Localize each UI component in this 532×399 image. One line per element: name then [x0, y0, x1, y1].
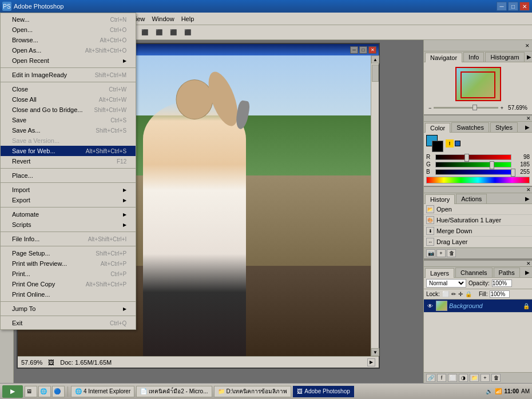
menu-print-preview[interactable]: Print with Preview... Alt+Ctrl+P: [1, 258, 136, 269]
history-item-drag[interactable]: ↔ Drag Layer: [424, 237, 532, 248]
layer-item-background[interactable]: 👁 Background 🔒: [424, 300, 532, 313]
scroll-thumb[interactable]: [372, 65, 379, 82]
lock-image-btn[interactable]: ✏: [451, 291, 456, 297]
navigator-panel-expand[interactable]: ▶: [526, 53, 532, 61]
scroll-up-btn[interactable]: ▲: [371, 55, 379, 63]
menu-save-as[interactable]: Save As... Shift+Ctrl+S: [1, 125, 136, 135]
panel-close-top[interactable]: ✕: [525, 43, 530, 49]
menu-save-web[interactable]: Save for Web... Alt+Shift+Ctrl+S: [1, 146, 136, 156]
green-slider[interactable]: [435, 162, 511, 167]
adjustment-layer-btn[interactable]: ◑: [459, 374, 468, 382]
layers-panel-close[interactable]: ✕: [526, 261, 531, 266]
taskbar-tray-net[interactable]: 📶: [495, 388, 502, 394]
blue-slider-thumb[interactable]: [511, 169, 515, 177]
layers-panel-expand[interactable]: ▶: [524, 268, 531, 277]
menu-place[interactable]: Place...: [1, 170, 136, 181]
menu-edit-imageready[interactable]: Edit in ImageReady Shift+Ctrl+M: [1, 70, 136, 80]
menu-revert[interactable]: Revert F12: [1, 156, 136, 166]
align-right-btn[interactable]: ⬛: [138, 27, 151, 38]
ie-quicklaunch-btn[interactable]: 🌐: [38, 386, 51, 397]
layer-visibility-eye[interactable]: 👁: [426, 302, 434, 310]
menu-close[interactable]: Close Ctrl+W: [1, 84, 136, 94]
menu-help[interactable]: Help: [178, 13, 198, 25]
menu-open-as[interactable]: Open As... Alt+Shift+Ctrl+O: [1, 45, 136, 55]
menu-file-info[interactable]: File Info... Alt+Shift+Ctrl+I: [1, 234, 136, 244]
layer-styles-btn[interactable]: f: [437, 374, 446, 382]
menu-save[interactable]: Save Ctrl+S: [1, 115, 136, 125]
tab-styles[interactable]: Styles: [490, 122, 518, 132]
tab-navigator[interactable]: Navigator: [425, 53, 462, 62]
zoom-in-icon[interactable]: +: [501, 105, 503, 111]
history-item-merge[interactable]: ⬇ Merge Down: [424, 226, 532, 237]
history-panel-expand[interactable]: ▶: [524, 194, 531, 203]
close-button[interactable]: ✕: [519, 2, 530, 11]
tab-history[interactable]: History: [425, 194, 455, 204]
taskbar-word-btn[interactable]: 📄 เทคนิคฝำ์มือ2 - Micro...: [136, 386, 212, 397]
menu-jump-to[interactable]: Jump To: [1, 304, 136, 314]
new-group-btn[interactable]: 📁: [470, 374, 479, 382]
doc-maximize-btn[interactable]: □: [359, 46, 367, 54]
show-desktop-btn[interactable]: 🖥: [25, 386, 37, 397]
tab-histogram[interactable]: Histogram: [485, 52, 524, 62]
new-layer-btn[interactable]: +: [481, 374, 490, 382]
align-top-btn[interactable]: ⬛: [153, 27, 165, 38]
taskbar-photoshop-btn[interactable]: 🖼 Adobe Photoshop: [293, 386, 354, 397]
history-item-hue[interactable]: 🎨 Hue/Saturation 1 Layer: [424, 215, 532, 226]
tab-paths[interactable]: Paths: [494, 268, 520, 277]
link-layers-btn[interactable]: 🔗: [426, 374, 435, 382]
menu-new[interactable]: New... Ctrl+N: [1, 14, 136, 25]
menu-close-bridge[interactable]: Close and Go to Bridge... Shift+Ctrl+W: [1, 105, 136, 115]
layer-mask-btn[interactable]: ⬜: [448, 374, 457, 382]
align-bottom-btn[interactable]: ⬛: [181, 27, 194, 38]
start-button[interactable]: ▶: [2, 385, 23, 398]
history-new-btn[interactable]: +: [436, 249, 446, 257]
taskbar-folder-btn[interactable]: 📁 D:\เทคนิคการข้อมลิภาพ: [214, 386, 292, 397]
history-delete-btn[interactable]: 🗑: [447, 249, 456, 257]
taskbar-ie-btn[interactable]: 🌐 4 Internet Explorer: [71, 386, 134, 397]
color-panel-close[interactable]: ✕: [526, 115, 531, 121]
menu-export[interactable]: Export: [1, 195, 136, 205]
blue-slider[interactable]: [435, 169, 511, 175]
menu-automate[interactable]: Automate: [1, 209, 136, 220]
menu-exit[interactable]: Exit Ctrl+Q: [1, 318, 136, 328]
menu-window[interactable]: Window: [149, 13, 178, 25]
zoom-slider-thumb[interactable]: [473, 105, 477, 110]
tab-color[interactable]: Color: [425, 123, 450, 133]
lock-transparent-btn[interactable]: ⬜: [442, 291, 449, 297]
color-panel-expand[interactable]: ▶: [524, 123, 531, 131]
history-item-open[interactable]: 📂 Open: [424, 204, 532, 215]
tab-actions[interactable]: Actions: [456, 194, 487, 204]
lock-position-btn[interactable]: ✛: [458, 291, 463, 297]
menu-browse[interactable]: Browse... Alt+Ctrl+O: [1, 35, 136, 45]
menu-close-all[interactable]: Close All Alt+Ctrl+W: [1, 94, 136, 105]
tab-channels[interactable]: Channels: [455, 268, 492, 277]
menu-scripts[interactable]: Scripts: [1, 220, 136, 230]
menu-open[interactable]: Open... Ctrl+O: [1, 25, 136, 35]
tab-info[interactable]: Info: [463, 52, 484, 62]
tab-layers[interactable]: Layers: [425, 268, 454, 278]
opacity-input[interactable]: [492, 280, 512, 287]
menu-open-recent[interactable]: Open Recent: [1, 55, 136, 66]
doc-minimize-btn[interactable]: ─: [350, 46, 358, 54]
fill-input[interactable]: [490, 290, 510, 298]
blend-mode-select[interactable]: Normal: [426, 279, 466, 288]
status-scroll-right[interactable]: ▶: [367, 358, 375, 366]
history-snapshot-btn[interactable]: 📷: [426, 249, 435, 257]
zoom-out-icon[interactable]: −: [428, 105, 431, 111]
menu-print-online[interactable]: Print Online...: [1, 289, 136, 300]
menu-import[interactable]: Import: [1, 185, 136, 195]
taskbar-tray-vol[interactable]: 🔊: [486, 388, 493, 394]
tab-swatches[interactable]: Swatches: [451, 122, 489, 132]
lock-all-btn[interactable]: 🔒: [465, 291, 472, 297]
red-slider[interactable]: [435, 154, 511, 160]
minimize-button[interactable]: ─: [497, 2, 507, 11]
menu-page-setup[interactable]: Page Setup... Shift+Ctrl+P: [1, 248, 136, 258]
background-color[interactable]: [432, 141, 443, 152]
zoom-slider[interactable]: [434, 107, 498, 109]
menu-print-one[interactable]: Print One Copy Alt+Shift+Ctrl+P: [1, 279, 136, 289]
doc-close-btn[interactable]: ✕: [368, 46, 376, 54]
chrome-quicklaunch-btn[interactable]: 🔵: [52, 386, 65, 397]
history-panel-close[interactable]: ✕: [526, 187, 531, 193]
delete-layer-btn[interactable]: 🗑: [491, 374, 501, 382]
align-middle-btn[interactable]: ⬛: [167, 27, 180, 38]
